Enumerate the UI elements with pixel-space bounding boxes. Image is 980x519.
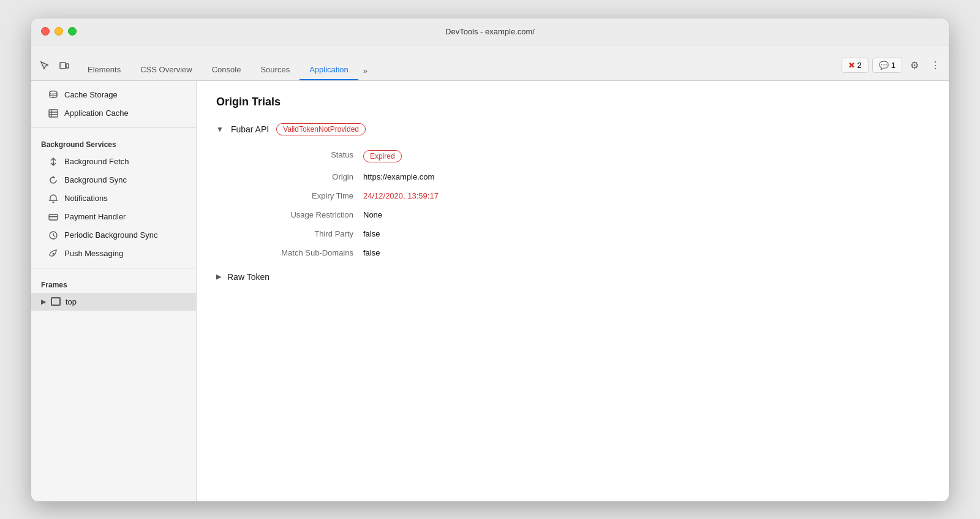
- tab-sources[interactable]: Sources: [251, 60, 300, 80]
- traffic-lights: [41, 27, 77, 36]
- divider-2: [31, 268, 196, 268]
- tabsbar: Elements CSS Overview Console Sources Ap…: [31, 45, 949, 81]
- push-messaging-icon: [48, 249, 58, 259]
- svg-rect-1: [66, 64, 69, 68]
- application-cache-icon: [48, 108, 58, 118]
- frame-arrow-icon: ▶: [41, 298, 46, 306]
- device-toolbar-button[interactable]: [56, 57, 73, 74]
- close-button[interactable]: [41, 27, 50, 36]
- sidebar-item-top-frame[interactable]: ▶ top: [31, 293, 196, 311]
- svg-point-14: [53, 252, 55, 254]
- trial-name: Fubar API: [231, 124, 269, 134]
- push-messaging-label: Push Messaging: [64, 249, 123, 258]
- background-fetch-label: Background Fetch: [64, 157, 129, 166]
- periodic-background-sync-icon: [48, 230, 58, 240]
- raw-token-label: Raw Token: [227, 272, 270, 282]
- notifications-label: Notifications: [64, 194, 108, 203]
- warnings-count: 1: [891, 61, 895, 70]
- toolbar-right: ✖ 2 💬 1 ⚙ ⋮: [842, 57, 944, 80]
- background-sync-label: Background Sync: [64, 175, 127, 184]
- sidebar-item-background-sync[interactable]: Background Sync: [31, 171, 196, 189]
- origin-label: Origin: [228, 167, 363, 186]
- svg-rect-9: [49, 214, 58, 220]
- main-tabs: Elements CSS Overview Console Sources Ap…: [78, 60, 842, 80]
- third-party-label: Third Party: [228, 224, 363, 243]
- trial-section: ▼ Fubar API ValidTokenNotProvided Status…: [216, 123, 929, 282]
- raw-token-arrow-icon: ▶: [216, 273, 221, 281]
- sidebar-item-cache-storage[interactable]: Cache Storage: [31, 86, 196, 104]
- svg-point-2: [50, 91, 57, 94]
- cache-storage-label: Cache Storage: [64, 90, 118, 99]
- tab-application[interactable]: Application: [300, 60, 358, 80]
- tab-css-overview[interactable]: CSS Overview: [130, 60, 202, 80]
- trial-details: Status Expired Origin https://example.co…: [228, 145, 929, 262]
- sidebar-item-periodic-background-sync[interactable]: Periodic Background Sync: [31, 226, 196, 244]
- minimize-button[interactable]: [55, 27, 63, 36]
- errors-count: 2: [858, 61, 862, 70]
- sidebar-item-push-messaging[interactable]: Push Messaging: [31, 244, 196, 263]
- toolbar-left: [36, 57, 73, 80]
- trial-status-badge: ValidTokenNotProvided: [276, 123, 366, 135]
- status-value: Expired: [363, 145, 929, 167]
- warnings-badge[interactable]: 💬 1: [872, 58, 902, 73]
- payment-handler-icon: [48, 212, 58, 222]
- svg-rect-0: [60, 63, 66, 69]
- cache-storage-icon: [48, 90, 58, 100]
- expired-badge: Expired: [363, 150, 402, 162]
- divider-1: [31, 127, 196, 128]
- settings-button[interactable]: ⚙: [906, 57, 923, 74]
- third-party-value: false: [363, 224, 929, 243]
- match-sub-domains-label: Match Sub-Domains: [228, 243, 363, 262]
- error-icon: ✖: [848, 61, 855, 70]
- sidebar-item-payment-handler[interactable]: Payment Handler: [31, 208, 196, 226]
- origin-value: https://example.com: [363, 167, 929, 186]
- background-sync-icon: [48, 175, 58, 185]
- devtools-window: DevTools - example.com/ Elements CSS Ove…: [31, 18, 949, 502]
- expiry-time-label: Expiry Time: [228, 186, 363, 205]
- tab-console[interactable]: Console: [202, 60, 251, 80]
- payment-handler-label: Payment Handler: [64, 212, 126, 221]
- inspect-element-button[interactable]: [36, 57, 53, 74]
- frames-header: Frames: [31, 273, 196, 293]
- window-title: DevTools - example.com/: [445, 27, 535, 36]
- periodic-background-sync-label: Periodic Background Sync: [64, 230, 157, 240]
- expiry-time-value: 24/12/2020, 13:59:17: [363, 186, 929, 205]
- match-sub-domains-value: false: [363, 243, 929, 262]
- background-services-header: Background Services: [31, 133, 196, 153]
- sidebar-item-application-cache[interactable]: Application Cache: [31, 104, 196, 123]
- frame-box-icon: [51, 297, 61, 306]
- svg-rect-3: [49, 110, 58, 117]
- tab-elements[interactable]: Elements: [78, 60, 130, 80]
- sidebar: Cache Storage Application Cache Backgrou…: [31, 81, 197, 501]
- usage-restriction-label: Usage Restriction: [228, 205, 363, 224]
- trial-header: ▼ Fubar API ValidTokenNotProvided: [216, 123, 929, 135]
- warning-icon: 💬: [879, 61, 889, 70]
- background-fetch-icon: [48, 157, 58, 167]
- page-title: Origin Trials: [216, 96, 929, 108]
- sidebar-item-background-fetch[interactable]: Background Fetch: [31, 153, 196, 171]
- maximize-button[interactable]: [68, 27, 77, 36]
- svg-line-13: [53, 235, 55, 237]
- titlebar: DevTools - example.com/: [31, 18, 949, 45]
- main-area: Cache Storage Application Cache Backgrou…: [31, 81, 949, 501]
- notifications-icon: [48, 194, 58, 203]
- errors-badge[interactable]: ✖ 2: [842, 58, 869, 73]
- more-options-button[interactable]: ⋮: [927, 57, 944, 74]
- raw-token-row[interactable]: ▶ Raw Token: [216, 272, 929, 282]
- application-cache-label: Application Cache: [64, 108, 129, 118]
- usage-restriction-value: None: [363, 205, 929, 224]
- more-tabs-button[interactable]: »: [358, 61, 372, 80]
- trial-collapse-button[interactable]: ▼: [216, 125, 224, 134]
- top-frame-label: top: [66, 297, 77, 306]
- content-area: Origin Trials ▼ Fubar API ValidTokenNotP…: [197, 81, 949, 501]
- status-label: Status: [228, 145, 363, 167]
- sidebar-item-notifications[interactable]: Notifications: [31, 189, 196, 208]
